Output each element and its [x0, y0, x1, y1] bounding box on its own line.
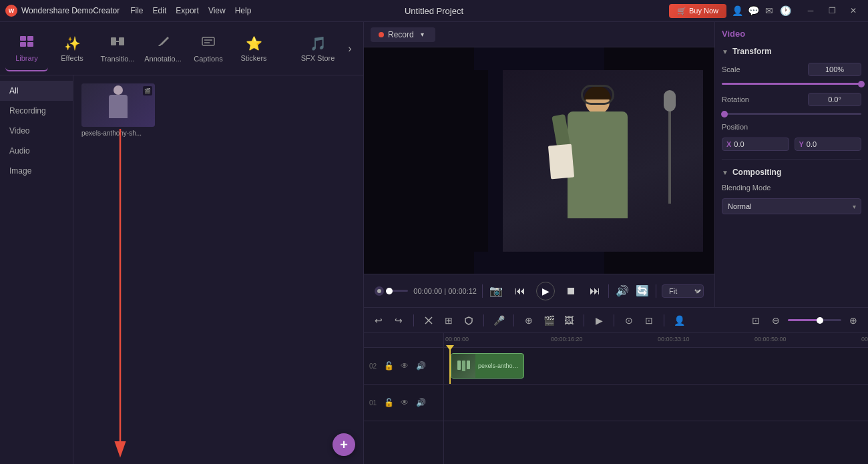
cut-icon [424, 316, 433, 325]
track-01-visibility-button[interactable]: 👁 [399, 397, 411, 409]
progress-bar[interactable] [389, 290, 408, 292]
rotation-slider-thumb[interactable] [721, 111, 728, 118]
lib-item-image[interactable]: Image [0, 161, 73, 181]
rewind-button[interactable]: ⏮ [512, 283, 528, 299]
progress-bar-area[interactable]: 00:00:00 | 00:00:12 [375, 286, 477, 296]
record-button[interactable]: Record ▾ [371, 27, 435, 42]
transform-collapse-icon[interactable]: ▼ [722, 48, 728, 55]
effects-button[interactable]: ⊙ [621, 312, 637, 328]
add-media-button[interactable]: + [333, 433, 355, 456]
media-item[interactable]: 🎬 pexels-anthony-sh... [81, 83, 155, 137]
stop-button[interactable]: ⏹ [563, 283, 579, 299]
blending-select[interactable]: Normal Multiply Screen Overlay [722, 198, 861, 214]
pos-x-group[interactable]: X [722, 138, 789, 151]
transition-button[interactable]: 🎬 [541, 312, 557, 328]
scale-slider-thumb[interactable] [858, 81, 865, 87]
screenshot-button[interactable]: 📷 [488, 283, 504, 299]
clip-thumbnail [451, 353, 475, 379]
track-01-audio-button[interactable]: 🔊 [415, 397, 427, 409]
split-button[interactable]: ⊞ [441, 312, 457, 328]
image-import-button[interactable]: 🖼 [561, 312, 577, 328]
record-dropdown-icon[interactable]: ▾ [418, 30, 427, 39]
protect-button[interactable] [461, 312, 477, 328]
clip-button[interactable]: ⊡ [641, 312, 657, 328]
lib-item-audio[interactable]: Audio [0, 141, 73, 161]
zoom-in-button[interactable]: ⊕ [845, 312, 861, 328]
menu-file[interactable]: File [130, 6, 143, 15]
timeline-ruler[interactable]: 00:00:00 00:00:16:20 00:00:33:10 00:00:5… [444, 333, 868, 348]
lib-item-video[interactable]: Video [0, 121, 73, 141]
tab-library[interactable]: Library [5, 26, 48, 71]
titlebar-left: W Wondershare DemoCreator File Edit Expo… [5, 5, 251, 17]
timeline-main: 00:00:00 00:00:16:20 00:00:33:10 00:00:5… [444, 333, 868, 464]
rotation-input[interactable] [808, 93, 861, 106]
notifications-icon[interactable]: 💬 [748, 5, 758, 16]
rotation-label: Rotation [722, 95, 749, 103]
play-button[interactable]: ▶ [536, 282, 555, 300]
zoom-select[interactable]: Fit 25% 50% 75% 100% [662, 284, 704, 298]
pos-x-input[interactable] [734, 140, 774, 148]
track-02-lock-button[interactable]: 🔓 [383, 360, 395, 372]
maximize-button[interactable]: ❐ [823, 4, 841, 17]
history-icon[interactable]: 🕐 [780, 5, 791, 16]
scale-input[interactable] [808, 63, 861, 76]
rotation-row: Rotation [722, 93, 861, 106]
progress-thumb[interactable] [386, 288, 393, 294]
menu-export[interactable]: Export [176, 6, 199, 15]
scale-slider[interactable] [722, 83, 861, 85]
close-button[interactable]: ✕ [844, 4, 863, 17]
track-row-02[interactable]: pexels-anthony-st... [444, 348, 868, 385]
record-label: Record [388, 30, 414, 39]
group-button[interactable]: ⊕ [521, 312, 537, 328]
person-button[interactable]: 👤 [671, 312, 687, 328]
pos-y-group[interactable]: Y [795, 138, 862, 151]
buy-now-button[interactable]: 🛒 Buy Now [669, 4, 726, 18]
tab-sfx[interactable]: 🎵 SFX Store [296, 26, 339, 71]
forward-button[interactable]: ⏭ [587, 283, 603, 299]
window-controls: ─ ❐ ✕ [801, 4, 863, 17]
timeline-fit-button[interactable]: ⊡ [748, 312, 764, 328]
timeline-zoom-thumb[interactable] [817, 317, 823, 324]
position-inputs: X Y [722, 138, 861, 151]
undo-button[interactable]: ↩ [371, 312, 387, 328]
play-timeline-button[interactable]: ▶ [591, 312, 607, 328]
library-icon [19, 33, 34, 51]
minimize-button[interactable]: ─ [801, 4, 820, 17]
clip-name-02: pexels-anthony-st... [475, 361, 523, 371]
tl-sep-5 [614, 314, 614, 326]
tab-effects[interactable]: ✨ Effects [51, 26, 93, 71]
tab-captions[interactable]: Captions [187, 26, 230, 71]
video-clip-02[interactable]: pexels-anthony-st... [451, 353, 524, 379]
zoom-out-button[interactable]: ⊖ [768, 312, 784, 328]
cut-button[interactable] [421, 312, 437, 328]
compositing-collapse-icon[interactable]: ▼ [722, 169, 728, 176]
menu-view[interactable]: View [208, 6, 226, 15]
tab-transitions[interactable]: Transitio... [96, 26, 139, 71]
track-row-01[interactable] [444, 385, 868, 421]
more-tabs-button[interactable]: › [342, 41, 358, 57]
tab-annotations[interactable]: Annotatio... [142, 26, 184, 71]
account-icon[interactable]: 👤 [732, 5, 742, 16]
redo-button[interactable]: ↪ [391, 312, 407, 328]
track-02-visibility-button[interactable]: 👁 [399, 360, 411, 372]
library-content: All Recording Video Audio Image [0, 75, 363, 464]
tab-sfx-label: SFX Store [301, 54, 335, 62]
menu-help[interactable]: Help [235, 6, 252, 15]
transform-title: Transform [732, 47, 772, 56]
refresh-button[interactable]: 🔄 [634, 283, 650, 299]
rotation-slider[interactable] [722, 113, 861, 115]
pos-y-input[interactable] [807, 140, 847, 148]
captions-icon [201, 34, 216, 52]
track-02-audio-button[interactable]: 🔊 [415, 360, 427, 372]
titlebar: W Wondershare DemoCreator File Edit Expo… [0, 0, 868, 22]
audio-button[interactable]: 🎤 [491, 312, 507, 328]
tab-stickers[interactable]: ⭐ Stickers [232, 26, 275, 71]
lib-item-recording[interactable]: Recording [0, 101, 73, 121]
mail-icon[interactable]: ✉ [764, 5, 775, 16]
timeline-zoom-bar[interactable] [788, 319, 841, 321]
menu-edit[interactable]: Edit [153, 6, 167, 15]
volume-button[interactable]: 🔊 [614, 283, 630, 299]
track-01-lock-button[interactable]: 🔓 [383, 397, 395, 409]
svg-rect-3 [27, 42, 33, 47]
lib-item-all[interactable]: All [0, 81, 73, 101]
